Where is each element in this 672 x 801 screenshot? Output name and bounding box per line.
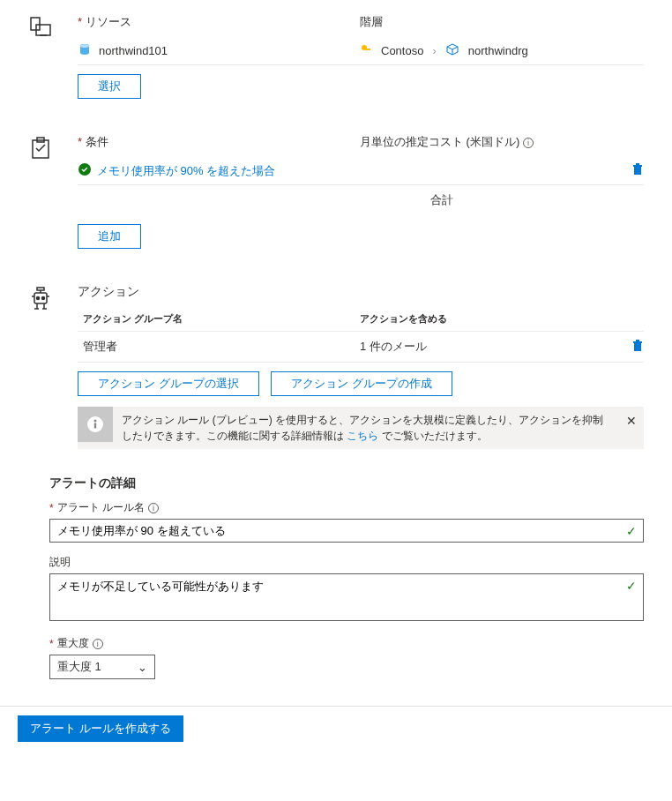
resource-group-name: northwindrg [468, 44, 528, 57]
check-icon [78, 162, 92, 179]
alert-details-heading: アラートの詳細 [49, 475, 644, 491]
svg-rect-11 [633, 165, 642, 167]
cost-label: 月単位の推定コスト (米国ドル) [360, 135, 519, 148]
action-group-name-header: アクション グループ名 [78, 312, 360, 326]
svg-rect-6 [366, 49, 370, 50]
svg-point-17 [42, 297, 45, 300]
delete-action-button[interactable] [631, 340, 644, 355]
severity-value: 重大度 1 [57, 659, 101, 675]
svg-point-4 [80, 44, 89, 48]
condition-icon [28, 134, 78, 249]
add-condition-button[interactable]: 追加 [78, 224, 141, 249]
check-icon: ✓ [626, 524, 637, 538]
description-input[interactable] [49, 573, 644, 621]
condition-link[interactable]: メモリ使用率が 90% を超えた場合 [97, 163, 275, 179]
action-include-value: 1 件のメール [360, 339, 631, 355]
severity-label: 重大度 [57, 636, 89, 651]
key-icon [360, 43, 372, 58]
actions-heading: アクション [78, 284, 644, 300]
create-action-group-button[interactable]: アクション グループの作成 [271, 371, 452, 396]
resource-group-icon [445, 42, 459, 59]
action-group-name: 管理者 [78, 339, 360, 355]
total-label: 合計 [360, 192, 644, 208]
info-banner: アクション ルール (プレビュー) を使用すると、アクションを大規模に定義したり… [78, 407, 644, 449]
info-icon[interactable]: i [148, 503, 159, 513]
resource-name: northwind101 [99, 44, 168, 57]
svg-rect-0 [31, 18, 40, 30]
svg-rect-12 [636, 163, 639, 165]
rule-name-label: アラート ルール名 [57, 500, 145, 515]
subscription-name: Contoso [381, 44, 423, 57]
svg-rect-24 [634, 343, 641, 351]
svg-point-16 [37, 297, 40, 300]
svg-point-28 [94, 420, 97, 423]
info-text-2: でご覧いただけます。 [378, 430, 487, 442]
svg-rect-29 [94, 423, 96, 429]
info-link[interactable]: こちら [347, 430, 378, 442]
info-banner-icon [78, 407, 113, 442]
action-row: 管理者 1 件のメール [78, 332, 644, 363]
info-icon[interactable]: i [523, 138, 534, 148]
select-action-group-button[interactable]: アクション グループの選択 [78, 371, 259, 396]
action-icon [28, 284, 78, 449]
hierarchy-label: 階層 [360, 15, 383, 28]
svg-rect-25 [633, 341, 642, 343]
description-label: 説明 [49, 555, 71, 570]
chevron-right-icon: › [432, 44, 436, 57]
check-icon: ✓ [626, 579, 637, 593]
rule-name-input[interactable] [49, 519, 644, 543]
svg-rect-13 [37, 288, 44, 290]
chevron-down-icon: ⌄ [138, 661, 147, 674]
svg-rect-26 [636, 340, 639, 341]
severity-select[interactable]: 重大度 1 ⌄ [49, 655, 155, 679]
close-banner-button[interactable]: ✕ [619, 407, 644, 435]
resource-icon [28, 14, 78, 99]
resource-label: リソース [86, 15, 131, 28]
info-icon[interactable]: i [93, 639, 103, 649]
select-resource-button[interactable]: 選択 [78, 74, 141, 99]
svg-rect-10 [634, 167, 641, 175]
condition-label: 条件 [86, 135, 108, 148]
delete-condition-button[interactable] [631, 163, 644, 178]
sql-db-icon [78, 42, 92, 59]
create-alert-rule-button[interactable]: アラート ルールを作成する [18, 715, 183, 742]
action-include-header: アクションを含める [360, 312, 644, 326]
